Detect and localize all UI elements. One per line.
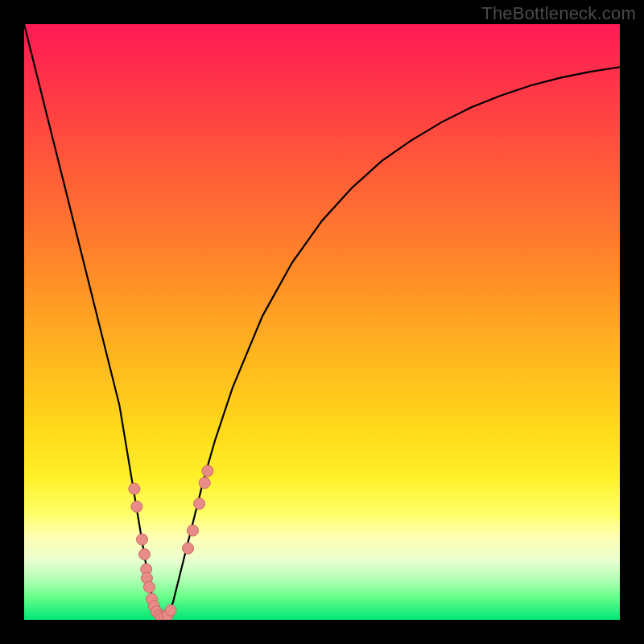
plot-area [24,24,620,620]
data-point [202,465,213,477]
data-point [138,549,150,560]
performance-curve [24,24,620,617]
watermark-text: TheBottleneck.com [481,3,636,24]
data-point [137,534,148,545]
data-point [194,498,205,510]
data-point [129,483,140,494]
data-point [199,477,210,489]
chart-frame: TheBottleneck.com [0,0,644,644]
data-point [165,605,176,616]
data-point [183,543,194,554]
data-point [131,501,142,512]
data-point [187,525,198,536]
chart-svg [24,24,620,620]
data-point [143,581,155,592]
